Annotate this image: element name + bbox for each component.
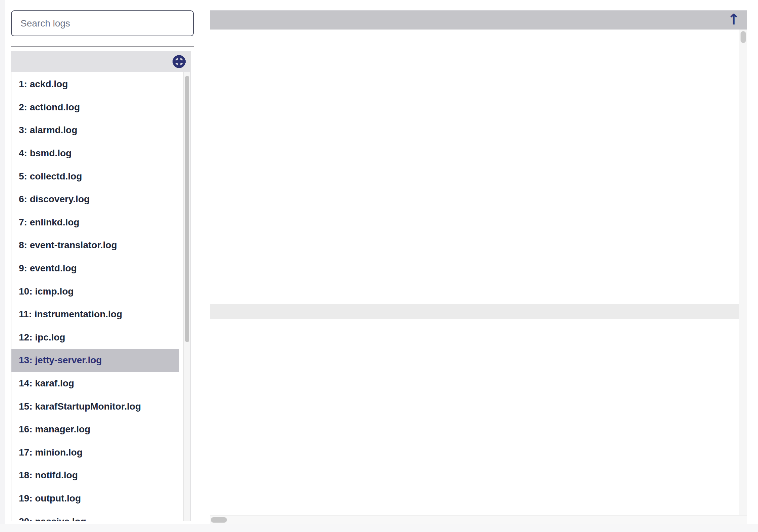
log-line[interactable]: 2022-04-26 15:35:05,236 DEBUG [qtp166546… [210,448,739,463]
file-item-label: 11: instrumentation.log [19,309,122,320]
file-item[interactable]: 9: eventd.log [11,257,179,280]
log-line[interactable]: 2022-04-26 15:35:05,235 DEBUG [qtp166546… [210,131,739,146]
log-viewer-panel: ↑ 2022-04-26 15:35:05,235 DEBUG [qtp1665… [210,10,747,524]
log-line[interactable]: 2022-04-26 15:35:05,235 DEBUG [qtp166546… [210,348,739,362]
file-item[interactable]: 6: discovery.log [11,188,179,211]
file-item-label: 6: discovery.log [19,194,90,205]
file-item-label: 3: alarmd.log [19,125,77,136]
file-item[interactable]: 12: ipc.log [11,326,179,349]
up-arrow-icon: ↑ [727,11,740,28]
search-input[interactable] [11,10,194,36]
file-item-label: 1: ackd.log [19,79,68,90]
file-list-scroll-thumb[interactable] [185,76,189,342]
log-line[interactable]: 2022-04-26 15:35:05,236 DEBUG [qtp166546… [210,434,739,448]
file-item-label: 10: icmp.log [19,286,74,297]
file-item-label: 2: actiond.log [19,102,80,113]
file-item-label: 20: passive.log [19,516,86,521]
log-line[interactable]: 2022-04-26 15:35:05,235 DEBUG [qtp166546… [210,232,739,247]
log-line[interactable]: 2022-04-26 15:35:05,235 DEBUG [qtp166546… [210,405,739,420]
log-line[interactable]: 2022-04-26 15:35:05,235 DEBUG [qtp166546… [210,203,739,218]
file-item-label: 5: collectd.log [19,171,82,182]
file-item-label: 4: bsmd.log [19,148,72,159]
log-line[interactable]: 2022-04-26 15:35:05,235 DEBUG [qtp166546… [210,304,739,319]
file-item-label: 9: eventd.log [19,263,77,274]
log-line[interactable]: 2022-04-26 15:35:05,235 DEBUG [qtp166546… [210,376,739,391]
log-line[interactable]: 2022-04-26 15:35:05,235 DEBUG [qtp166546… [210,261,739,275]
log-line[interactable]: 2022-04-26 15:35:05,236 DEBUG [qtp166546… [210,463,739,477]
log-line[interactable]: 2022-04-26 15:35:05,235 DEBUG [qtp166546… [210,189,739,203]
file-item[interactable]: 5: collectd.log [11,165,179,188]
sidebar-divider [11,46,194,47]
log-line[interactable]: 2022-04-26 15:35:05,235 DEBUG [qtp166546… [210,45,739,59]
log-line[interactable]: 2022-04-26 15:35:05,235 DEBUG [qtp166546… [210,290,739,304]
file-item[interactable]: 17: minion.log [11,441,179,464]
log-line[interactable]: 2022-04-26 15:35:05,235 DEBUG [qtp166546… [210,146,739,160]
file-item[interactable]: 10: icmp.log [11,280,179,303]
file-item-label: 19: output.log [19,493,81,504]
file-item[interactable]: 8: event-translator.log [11,234,179,257]
file-item[interactable]: 19: output.log [11,487,179,510]
log-line[interactable]: 2022-04-26 15:35:05,235 DEBUG [qtp166546… [210,73,739,88]
file-item-label: 16: manager.log [19,424,90,435]
file-item-label: 13: jetty-server.log [19,355,102,366]
log-horizontal-scroll-thumb[interactable] [211,517,227,523]
file-item-label: 12: ipc.log [19,332,65,343]
left-edge-strip [0,0,5,532]
log-line[interactable]: 2022-04-26 15:35:05,235 DEBUG [qtp166546… [210,102,739,117]
log-line[interactable]: 2022-04-26 15:35:05,235 DEBUG [qtp166546… [210,88,739,102]
file-list-scrollbar[interactable] [183,72,190,521]
file-item[interactable]: 14: karaf.log [11,372,179,395]
log-line[interactable]: 2022-04-26 15:35:05,235 DEBUG [qtp166546… [210,160,739,174]
bottom-edge-strip [0,524,758,532]
log-line[interactable]: 2022-04-26 15:35:05,235 DEBUG [qtp166546… [210,362,739,376]
log-line[interactable]: 2022-04-26 15:35:05,235 DEBUG [qtp166546… [210,30,739,45]
log-line[interactable]: 2022-04-26 15:35:05,235 DEBUG [qtp166546… [210,59,739,73]
log-content: 2022-04-26 15:35:05,235 DEBUG [qtp166546… [210,30,739,515]
log-line[interactable]: 2022-04-26 15:35:05,235 DEBUG [qtp166546… [210,420,739,434]
file-item-list: 1: ackd.log 2: actiond.log 3: alarmd.log… [11,72,179,521]
log-line[interactable]: 2022-04-26 15:35:05,236 DEBUG [qtp166546… [210,492,739,506]
log-line[interactable]: 2022-04-26 15:35:05,235 DEBUG [qtp166546… [210,391,739,405]
file-item-label: 14: karaf.log [19,378,74,389]
settings-wheel-icon[interactable] [172,54,186,69]
file-item[interactable]: 15: karafStartupMonitor.log [11,395,179,418]
file-item[interactable]: 13: jetty-server.log [11,349,179,372]
file-item-label: 8: event-translator.log [19,240,117,251]
file-list-header [11,51,190,72]
file-item[interactable]: 4: bsmd.log [11,142,179,165]
file-item[interactable]: 16: manager.log [11,418,179,441]
file-item[interactable]: 20: passive.log [11,510,179,521]
file-item-label: 18: notifd.log [19,470,78,481]
log-line[interactable]: 2022-04-26 15:35:05,235 DEBUG [qtp166546… [210,333,739,348]
log-line[interactable]: 2022-04-26 15:35:05,235 DEBUG [qtp166546… [210,174,739,189]
file-item[interactable]: 18: notifd.log [11,464,179,487]
file-item[interactable]: 7: enlinkd.log [11,211,179,234]
log-line[interactable]: 2022-04-26 15:35:05,235 DEBUG [qtp166546… [210,247,739,261]
log-line[interactable]: 2022-04-26 15:35:05,235 DEBUG [qtp166546… [210,319,739,333]
scroll-to-top-button[interactable]: ↑ [727,10,740,30]
file-item-label: 15: karafStartupMonitor.log [19,401,141,412]
log-horizontal-scrollbar[interactable] [210,515,747,524]
log-file-list-panel: 1: ackd.log 2: actiond.log 3: alarmd.log… [11,51,191,521]
log-line[interactable]: 2022-04-26 15:35:05,235 DEBUG [qtp166546… [210,275,739,290]
log-line[interactable]: 2022-04-26 15:35:05,235 DEBUG [qtp166546… [210,117,739,131]
file-item[interactable]: 3: alarmd.log [11,119,179,142]
file-item[interactable]: 2: actiond.log [11,96,179,119]
file-item[interactable]: 1: ackd.log [11,73,179,96]
file-item[interactable]: 11: instrumentation.log [11,303,179,326]
file-item-label: 17: minion.log [19,447,83,458]
log-vertical-scroll-thumb[interactable] [741,31,746,43]
log-line[interactable]: 2022-04-26 15:35:05,236 DEBUG [qtp166546… [210,477,739,492]
log-vertical-scrollbar[interactable] [739,30,747,515]
file-item-label: 7: enlinkd.log [19,217,79,228]
log-line[interactable]: 2022-04-26 15:35:05,236 DEBUG [qtp166546… [210,506,739,515]
log-viewer-header: ↑ [210,10,747,30]
log-line[interactable]: 2022-04-26 15:35:05,235 DEBUG [qtp166546… [210,218,739,232]
